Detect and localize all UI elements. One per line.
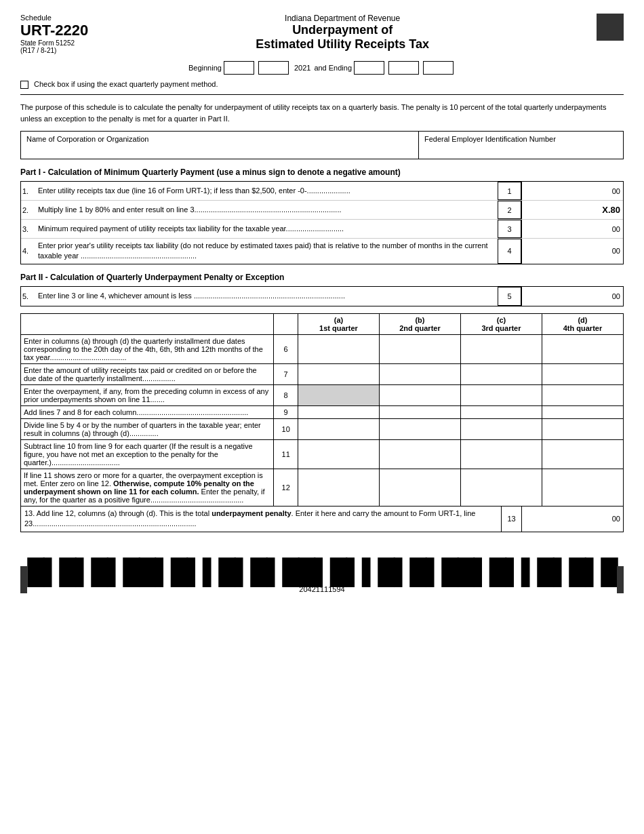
line3-box: 3 [498,220,521,238]
row10-desc: Divide line 5 by 4 or by the number of q… [21,418,274,439]
row9-num: 9 [274,405,298,418]
col-b-sub: 2nd quarter [399,324,441,332]
line1-num: 1. [21,187,35,195]
line2-num: 2. [21,206,35,214]
schedule-label: Schedule [20,14,88,22]
row9-c[interactable] [460,405,542,418]
line4-box: 4 [498,239,521,264]
row8-d[interactable] [542,384,623,405]
name-fein-row: Name of Corporation or Organization Fede… [20,131,624,159]
row6-d[interactable] [542,334,623,363]
row7-b[interactable] [379,363,460,384]
line2-box: 2 [498,201,521,219]
row9-a[interactable] [298,405,379,418]
line3-value[interactable]: 00 [521,220,623,238]
line3-num: 3. [21,225,35,233]
row6-desc: Enter in columns (a) through (d) the qua… [21,334,274,363]
bottom-left-corner-box [20,566,27,593]
purpose-text: The purpose of this schedule is to calcu… [20,102,624,124]
row8-a-shaded [298,384,379,405]
num-col-header [274,313,298,334]
row11-b[interactable] [379,439,460,469]
row6-a[interactable] [298,334,379,363]
date-row: Beginning 2021 and Ending [20,61,624,75]
barcode-image: █▌█▌█▌██▌█▌▌█▌█▌██▌█▌▌█▌█▌██▌█▌▌█▌█▌█ [27,559,617,584]
row12-a[interactable] [298,469,379,506]
row7-d[interactable] [542,363,623,384]
checkbox-label: Check box if using the exact quarterly p… [34,80,218,88]
row8-num: 8 [274,384,298,405]
ending-year-input[interactable] [423,61,454,75]
row9-b[interactable] [379,405,460,418]
quarterly-section: (a) 1st quarter (b) 2nd quarter (c) 3rd … [20,313,624,532]
beginning-day-input[interactable] [258,61,289,75]
line13-row: 13. Add line 12, columns (a) through (d)… [20,507,624,532]
row8-c[interactable] [460,384,542,405]
col-d-header: (d) 4th quarter [542,313,623,334]
line-3-row: 3. Minimum required payment of utility r… [21,220,623,239]
title-line2: Estimated Utility Receipts Tax [102,37,583,52]
row11-c[interactable] [460,439,542,469]
col-a-header: (a) 1st quarter [298,313,379,334]
part2-header: Part II - Calculation of Quarterly Under… [20,273,624,282]
row12-num: 12 [274,469,298,506]
row10-b[interactable] [379,418,460,439]
ending-day-input[interactable] [388,61,419,75]
checkbox-row: Check box if using the exact quarterly p… [20,80,624,89]
line-4-row: 4. Enter prior year's utility receipts t… [21,239,623,264]
beginning-label: Beginning [188,64,222,72]
col-c-sub: 3rd quarter [481,324,521,332]
name-cell[interactable]: Name of Corporation or Organization [21,132,419,159]
and-ending-label: and Ending [314,64,352,72]
row8-desc: Enter the overpayment, if any, from the … [21,384,274,405]
row7-num: 7 [274,363,298,384]
col-c-header: (c) 3rd quarter [460,313,542,334]
fein-cell[interactable]: Federal Employer Identification Number [419,132,623,159]
table-row-9: Add lines 7 and 8 for each column.......… [21,405,624,418]
row10-num: 10 [274,418,298,439]
state-form: State Form 51252 [20,39,88,47]
exact-method-checkbox[interactable] [20,81,28,89]
row10-a[interactable] [298,418,379,439]
row6-b[interactable] [379,334,460,363]
line1-box: 1 [498,182,521,200]
row7-c[interactable] [460,363,542,384]
row10-d[interactable] [542,418,623,439]
line5-value[interactable]: 00 [521,287,623,306]
row9-d[interactable] [542,405,623,418]
year-label: 2021 [294,64,310,72]
barcode-number: 20421111594 [27,585,617,593]
line13-value[interactable]: 00 [521,507,623,532]
barcode-section: █▌█▌█▌██▌█▌▌█▌█▌██▌█▌▌█▌█▌██▌█▌▌█▌█▌█ 20… [27,559,617,593]
line-5-row: 5. Enter line 3 or line 4, whichever amo… [21,287,623,306]
name-label: Name of Corporation or Organization [26,135,148,143]
line1-desc: Enter utility receipts tax due (line 16 … [35,184,498,198]
desc-col-header [21,313,274,334]
line4-value[interactable]: 00 [521,239,623,264]
title-line1: Underpayment of [102,23,583,37]
line1-value[interactable]: 00 [521,182,623,200]
line3-desc: Minimum required payment of utility rece… [35,222,498,236]
ending-month-input[interactable] [354,61,384,75]
row6-num: 6 [274,334,298,363]
quarterly-header-row: (a) 1st quarter (b) 2nd quarter (c) 3rd … [21,313,624,334]
row6-c[interactable] [460,334,542,363]
line2-value[interactable]: X.80 [521,201,623,219]
row8-b[interactable] [379,384,460,405]
fein-label: Federal Employer Identification Number [424,135,556,143]
col-a-sub: 1st quarter [319,324,358,332]
row12-d[interactable] [542,469,623,506]
row10-c[interactable] [460,418,542,439]
line4-num: 4. [21,247,35,255]
center-header: Indiana Department of Revenue Underpayme… [88,14,597,52]
row11-d[interactable] [542,439,623,469]
beginning-month-input[interactable] [224,61,254,75]
line4-desc: Enter prior year's utility receipts tax … [35,239,498,264]
form-number: URT-2220 [20,22,88,39]
row11-desc: Subtract line 10 from line 9 for each qu… [21,439,274,469]
row12-c[interactable] [460,469,542,506]
table-row-12: If line 11 shows zero or more for a quar… [21,469,624,506]
row7-a[interactable] [298,363,379,384]
row12-b[interactable] [379,469,460,506]
row11-a[interactable] [298,439,379,469]
